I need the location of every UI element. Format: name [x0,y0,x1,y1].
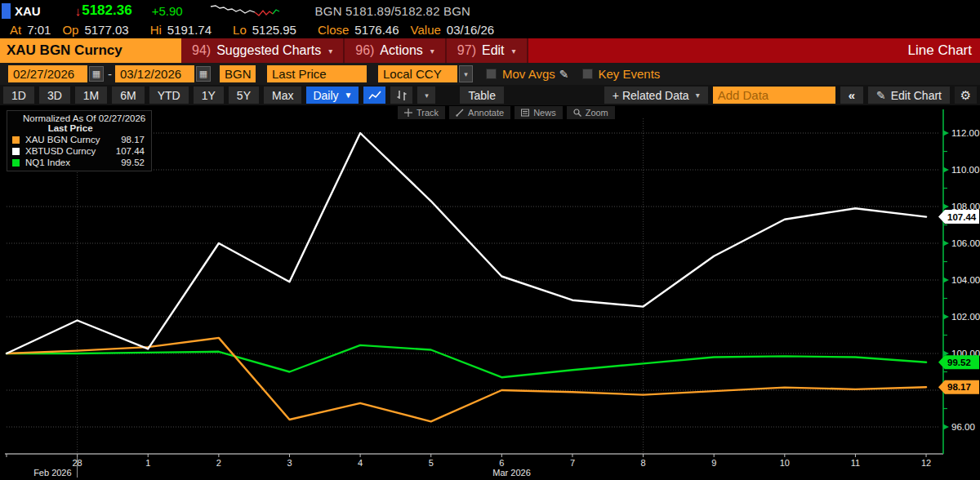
annotate-pencil-icon [456,109,464,117]
key-events-checkbox[interactable] [582,69,593,79]
stat-label-value-date: Value [411,23,441,37]
range-button-1d[interactable]: 1D [3,87,34,104]
svg-text:2: 2 [216,458,221,468]
svg-text:110.00: 110.00 [951,165,979,175]
svg-text:Feb 2026: Feb 2026 [33,468,71,478]
legend-series-value: 107.44 [112,146,145,156]
range-button-ytd[interactable]: YTD [149,87,189,104]
chart-mode-label: Line Chart [528,38,980,63]
price-down-arrow-icon: ↓ [75,4,82,18]
svg-text:107.44: 107.44 [947,212,977,222]
zoom-button[interactable]: Zoom [567,106,615,119]
svg-text:106.00: 106.00 [951,238,980,248]
date-to-field[interactable]: 03/12/2026 [115,65,194,82]
legend-item-xau[interactable]: XAU BGN Curncy 98.17 [11,135,145,144]
settings-gear-button[interactable]: ⚙ [955,87,977,104]
chevron-down-icon: ▾ [696,91,700,100]
chart-area[interactable]: 28123456789101112Feb 2026Mar 202696.0098… [0,105,980,480]
bar-chart-icon [396,90,408,101]
chevron-down-icon: ▼ [345,91,353,100]
bid-ask-quote: BGN 5181.89/5182.82 BGN [315,4,471,18]
stat-value-close: 5176.46 [354,23,399,37]
related-data-label: + Related Data [612,89,689,102]
pencil-icon[interactable]: ✎ [559,68,569,81]
title-bar: XAU ↓ 5182.36 +5.90 BGN 5181.89/5182.82 … [0,0,980,21]
legend-title: Normalized As Of 02/27/2026 [11,113,145,123]
bar-chart-type-button[interactable] [390,87,412,104]
legend-item-xbtusd[interactable]: XBTUSD Curncy 107.44 [11,146,145,156]
track-crosshair-icon [404,109,412,117]
mov-avgs-checkbox[interactable] [486,69,497,79]
stat-value-open: 5177.03 [84,23,128,37]
chart-toolbar: 1D 3D 1M 6M YTD 1Y 5Y Max Daily ▼ ▾ Tabl… [0,85,980,105]
range-button-1y[interactable]: 1Y [194,87,224,104]
svg-text:112.00: 112.00 [951,128,979,138]
zoom-label: Zoom [586,108,608,118]
annotate-button[interactable]: Annotate [449,106,510,119]
svg-text:5: 5 [429,458,434,468]
range-button-5y[interactable]: 5Y [229,87,259,104]
menu-number: 94) [192,43,211,58]
key-events-label[interactable]: Key Events [599,67,661,81]
chevron-down-icon: ▾ [512,47,516,56]
track-button[interactable]: Track [398,106,445,119]
chart-mini-toolbar: Track Annotate News Zoom [398,106,619,119]
news-label: News [533,108,556,118]
ticker-symbol: XAU [15,4,41,18]
menu-actions[interactable]: 96) Actions ▾ [345,38,447,63]
svg-text:7: 7 [570,458,575,468]
line-chart-type-button[interactable] [363,87,385,104]
date-range-dash: - [108,67,112,81]
track-label: Track [416,108,439,118]
period-label: Daily [313,89,338,102]
menu-edit[interactable]: 97) Edit ▾ [447,38,528,63]
menu-bar: XAU BGN Curncy 94) Suggested Charts ▾ 96… [0,38,980,63]
svg-text:12: 12 [921,458,931,468]
chart-type-dropdown-caret[interactable]: ▾ [417,87,435,104]
menu-suggested-charts[interactable]: 94) Suggested Charts ▾ [181,38,345,63]
range-button-max[interactable]: Max [264,87,301,104]
range-button-6m[interactable]: 6M [112,87,144,104]
table-button[interactable]: Table [460,87,503,104]
last-price: 5182.36 [82,2,131,19]
stats-bar: At7:01 Op5177.03 Hi5191.74 Lo5125.95 Clo… [0,21,980,38]
related-data-button[interactable]: + Related Data ▾ [604,87,708,104]
legend-series-value: 99.52 [112,158,145,167]
pricing-source-field[interactable]: BGN [220,65,256,82]
pencil-icon: ✎ [876,89,886,102]
legend-series-name: NQ1 Index [25,158,107,167]
legend-swatch-white [11,147,20,156]
intraday-sparkline [209,2,291,19]
gear-icon: ⚙ [960,88,971,103]
edit-chart-button[interactable]: ✎ Edit Chart [868,87,950,104]
svg-text:99.52: 99.52 [947,358,971,367]
range-button-3d[interactable]: 3D [39,87,70,104]
legend-swatch-green [11,158,20,167]
svg-text:11: 11 [851,458,860,468]
calendar-icon[interactable]: ▦ [196,66,211,82]
legend-item-nq1[interactable]: NQ1 Index 99.52 [11,158,145,167]
date-from-field[interactable]: 02/27/2026 [8,65,87,82]
svg-text:10: 10 [780,458,790,468]
security-ticker-field[interactable]: XAU BGN Curncy [0,38,181,63]
news-button[interactable]: News [514,106,563,119]
svg-text:4: 4 [358,458,363,468]
magnifier-icon [573,109,581,117]
svg-text:96.00: 96.00 [951,422,975,432]
stat-label-low: Lo [233,23,247,37]
add-data-input[interactable] [713,87,835,104]
filters-bar: 02/27/2026 ▦ - 03/12/2026 ▦ BGN Last Pri… [0,63,980,85]
period-select[interactable]: Daily ▼ [306,87,359,104]
svg-text:3: 3 [287,458,292,468]
chevron-down-icon: ▾ [430,47,434,56]
terminal-cursor-block [2,3,11,19]
collapse-panel-button[interactable]: « [840,87,863,104]
price-type-field[interactable]: Last Price [267,65,367,82]
mov-avgs-label[interactable]: Mov Avgs [502,67,555,81]
stat-value-at: 7:01 [27,23,51,37]
range-button-1m[interactable]: 1M [75,87,107,104]
stat-value-low: 5125.95 [252,23,296,37]
calendar-icon[interactable]: ▦ [89,66,104,82]
currency-field[interactable]: Local CCY [378,65,457,82]
currency-dropdown-caret[interactable]: ▾ [459,65,473,82]
